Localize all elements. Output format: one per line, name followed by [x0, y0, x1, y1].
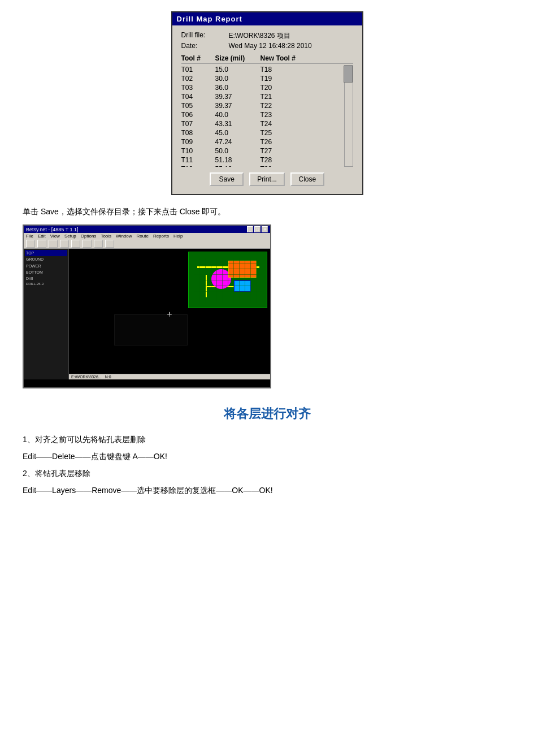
toolbar-btn-6[interactable] [83, 240, 92, 248]
step-1-title: 1、对齐之前可以先将钻孔表层删除 [23, 431, 511, 447]
tool-num: T04 [181, 92, 215, 101]
window-title: Betsy.net - [4885 T 1.1] [26, 227, 79, 232]
tool-num: T05 [181, 101, 215, 110]
dialog-title: Drill Map Report [172, 12, 362, 25]
pcb-view [188, 252, 267, 308]
table-header: Tool # Size (mil) New Tool # [181, 54, 353, 64]
menu-tools[interactable]: Tools [101, 234, 111, 239]
step-2-cmd: Edit——Layers——Remove——选中要移除层的复选框——OK——OK… [23, 482, 511, 498]
scrollbar-track[interactable] [344, 65, 353, 167]
menubar: File Edit View Setup Options Tools Windo… [24, 233, 270, 239]
tool-size: 45.0 [215, 128, 261, 137]
toolbar-btn-3[interactable] [49, 240, 58, 248]
screenshot-sim: Betsy.net - [4885 T 1.1] _ □ ✕ File Edit… [23, 224, 271, 388]
bottom-space [23, 499, 511, 669]
menu-edit[interactable]: Edit [38, 234, 46, 239]
new-tool-num: T22 [261, 101, 353, 110]
table-scroll-wrapper: T0115.0T18T0230.0T19T0336.0T20T0439.37T2… [181, 65, 353, 167]
tool-num: T03 [181, 83, 215, 92]
tool-size: 50.0 [215, 146, 261, 155]
titlebar-buttons: _ □ ✕ [247, 226, 268, 232]
toolbar [24, 239, 270, 249]
main-content: TOP GROUND POWER BOTTOM Drill DRILL-25-3 [24, 249, 270, 379]
tool-num: T06 [181, 110, 215, 119]
step-2-title: 2、将钻孔表层移除 [23, 465, 511, 481]
table-rows: T0115.0T18T0230.0T19T0336.0T20T0439.37T2… [181, 65, 353, 167]
close-win-button[interactable]: ✕ [262, 226, 268, 232]
menu-setup[interactable]: Setup [64, 234, 76, 239]
dialog-info: Drill file: E:\WORK\8326 项目 Date: Wed Ma… [181, 31, 353, 50]
menu-reports[interactable]: Reports [153, 234, 169, 239]
status-bar: E:\WORK\8326... N:0 [69, 374, 270, 379]
new-tool-num: T21 [261, 92, 353, 101]
new-tool-num: T18 [261, 65, 353, 74]
tool-size: 55.12 [215, 165, 261, 167]
tool-num: T12 [181, 165, 215, 167]
dialog-buttons: Save Print... Close [181, 172, 353, 189]
tool-num: T08 [181, 128, 215, 137]
new-tool-num: T26 [261, 137, 353, 146]
menu-help[interactable]: Help [173, 234, 183, 239]
status-coord: E:\WORK\8326... [71, 375, 102, 379]
dialog-wrapper: Drill Map Report Drill file: E:\WORK\832… [23, 11, 511, 195]
new-tool-num: T28 [261, 155, 353, 165]
step-1-cmd: Edit——Delete——点击键盘键 A——OK! [23, 448, 511, 464]
section-heading: 将各层进行对齐 [23, 405, 511, 422]
menu-window[interactable]: Window [116, 234, 132, 239]
new-tool-num: T25 [261, 128, 353, 137]
toolbar-btn-4[interactable] [60, 240, 69, 248]
tool-size: 40.0 [215, 110, 261, 119]
save-button[interactable]: Save [210, 172, 244, 186]
tool-size: 43.31 [215, 119, 261, 128]
new-tool-num: T27 [261, 146, 353, 155]
toolbar-btn-8[interactable] [105, 240, 114, 248]
main-canvas[interactable]: + E:\WORK\8326... N:0 [69, 249, 270, 379]
table-scroll-area[interactable]: T0115.0T18T0230.0T19T0336.0T20T0439.37T2… [181, 65, 353, 167]
minimize-button[interactable]: _ [247, 226, 253, 232]
board-outline [114, 314, 188, 345]
tool-size: 15.0 [215, 65, 261, 74]
toolbar-btn-7[interactable] [94, 240, 103, 248]
new-tool-num: T20 [261, 83, 353, 92]
layer-top[interactable]: TOP [25, 250, 67, 256]
layer-drill-special[interactable]: DRILL-25-3 [25, 282, 67, 287]
tool-size: 39.37 [215, 101, 261, 110]
new-tool-num: T24 [261, 119, 353, 128]
toolbar-btn-5[interactable] [71, 240, 80, 248]
toolbar-btn-1[interactable] [26, 240, 35, 248]
table-scroll-content: T0115.0T18T0230.0T19T0336.0T20T0439.37T2… [181, 65, 353, 167]
dialog-body: Drill file: E:\WORK\8326 项目 Date: Wed Ma… [172, 25, 362, 194]
new-tool-num: T19 [261, 74, 353, 83]
col-newtool-header: New Tool # [261, 54, 353, 62]
tool-num: T01 [181, 65, 215, 74]
layer-drill[interactable]: Drill [25, 275, 67, 282]
status-info: N:0 [105, 375, 111, 379]
toolbar-btn-2[interactable] [37, 240, 46, 248]
layer-bottom[interactable]: BOTTOM [25, 269, 67, 275]
tool-size: 36.0 [215, 83, 261, 92]
drill-file-value: E:\WORK\8326 项目 [229, 31, 353, 41]
print-button[interactable]: Print... [249, 172, 285, 186]
col-tool-header: Tool # [181, 54, 215, 62]
tool-num: T07 [181, 119, 215, 128]
tool-size: 39.37 [215, 92, 261, 101]
steps-section: 1、对齐之前可以先将钻孔表层删除 Edit——Delete——点击键盘键 A——… [23, 431, 511, 498]
new-tool-num: T29 [261, 165, 353, 167]
close-button[interactable]: Close [290, 172, 324, 186]
layer-power[interactable]: POWER [25, 263, 67, 269]
menu-route[interactable]: Route [137, 234, 149, 239]
screenshot-wrapper: Betsy.net - [4885 T 1.1] _ □ ✕ File Edit… [23, 224, 511, 388]
drill-map-dialog: Drill Map Report Drill file: E:\WORK\832… [171, 11, 363, 195]
menu-options[interactable]: Options [81, 234, 97, 239]
tool-size: 51.18 [215, 155, 261, 165]
layer-ground[interactable]: GROUND [25, 256, 67, 262]
new-tool-num: T23 [261, 110, 353, 119]
menu-view[interactable]: View [50, 234, 60, 239]
col-size-header: Size (mil) [215, 54, 261, 62]
scrollbar-thumb[interactable] [344, 66, 353, 83]
tool-num: T11 [181, 155, 215, 165]
menu-file[interactable]: File [26, 234, 33, 239]
date-label: Date: [181, 42, 227, 50]
instruction-text: 单击 Save，选择文件保存目录；接下来点击 Close 即可。 [23, 205, 511, 218]
maximize-button[interactable]: □ [254, 226, 261, 232]
